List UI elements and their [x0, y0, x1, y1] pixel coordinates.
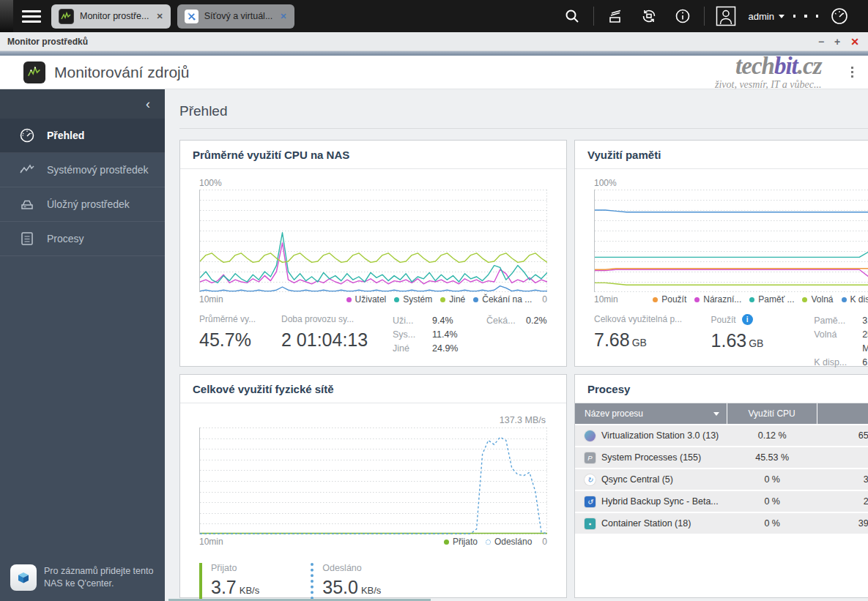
- maximize-icon[interactable]: +: [834, 37, 840, 47]
- tab-network-virtual-switch[interactable]: Síťový a virtuál... ✕: [177, 4, 294, 29]
- event-logs-icon[interactable]: [598, 0, 632, 32]
- legend-dot: [802, 297, 807, 302]
- column-header-memory[interactable]: Paměť: [817, 403, 868, 424]
- sidebar-collapse-button[interactable]: ‹: [0, 89, 165, 119]
- background-tasks-icon[interactable]: [632, 0, 666, 32]
- stat-row: K disp...6.04 GB: [814, 356, 868, 370]
- window-title-bar[interactable]: Monitor prostředků − + ✕: [0, 32, 868, 51]
- qcenter-hint[interactable]: Pro záznamů přidejte tento NAS ke Q'cent…: [10, 564, 154, 591]
- stat-bar: [199, 563, 202, 600]
- process-row[interactable]: ↺Hybrid Backup Sync - Beta... 0 % 23.8 M…: [575, 491, 868, 512]
- resource-monitor-icon: [59, 9, 74, 24]
- x-axis-right-label: 0: [542, 537, 547, 547]
- top-bar-actions: admin: [555, 0, 868, 32]
- legend-dot: [842, 297, 847, 302]
- x-axis-left-label: 10min: [594, 294, 618, 305]
- legend-item: K dispo...: [842, 294, 868, 305]
- stat-row: Uži...9.4%: [393, 314, 486, 328]
- process-memory: 398.2 MB: [858, 518, 868, 529]
- admin-username: admin: [749, 11, 774, 22]
- memory-breakdown-list: Pamě...3.60 GBVolná250.16 MBK disp...6.0…: [814, 314, 868, 370]
- main-menu-button[interactable]: [22, 7, 41, 26]
- brand-part1: tech: [735, 53, 774, 79]
- legend-label: K dispo...: [850, 294, 868, 305]
- process-row[interactable]: Virtualization Station 3.0 (13) 0.12 % 6…: [575, 425, 868, 446]
- overview-cards: Průměrné využití CPU na NAS 100% 10min U…: [179, 140, 868, 598]
- sidebar-item-system-resource[interactable]: Systémový prostředek: [0, 153, 165, 187]
- cpu-breakdown-list: Uži...9.4%Sys...11.4%Jiné24.9%: [393, 314, 486, 356]
- tab-resource-monitor[interactable]: Monitor prostře... ✕: [51, 4, 171, 29]
- close-icon[interactable]: ✕: [850, 37, 859, 47]
- stat-total-memory: Celková využitelná p... 7.68GB: [594, 314, 711, 370]
- sidebar-item-storage-resource[interactable]: Úložný prostředek: [0, 187, 165, 222]
- process-table: Název procesu Využití CPU Paměť Virtuali…: [575, 403, 868, 534]
- network-usage-card: Celkové využití fyzické sítě 137.3 MB/s …: [179, 374, 567, 598]
- user-account-icon[interactable]: [709, 0, 743, 32]
- stat-used-memory: Použíti 1.63GB: [711, 314, 815, 370]
- techbit-watermark: techbit.cz život, vesmír, IT a vůbec...: [715, 54, 822, 90]
- legend-item: Přijato: [444, 537, 478, 547]
- divider: [179, 128, 868, 129]
- y-axis-max-label: 137.3 MB/s: [199, 415, 546, 425]
- legend-dot: [394, 297, 399, 302]
- minimize-icon[interactable]: −: [818, 37, 824, 47]
- sidebar-item-processes[interactable]: Procesy: [0, 222, 165, 256]
- storage-drive-icon: [19, 196, 35, 212]
- sidebar-item-overview[interactable]: Přehled: [0, 119, 165, 153]
- process-cpu: 45.53 %: [727, 452, 817, 463]
- process-cpu: 0.12 %: [727, 430, 817, 441]
- gauge-icon: [19, 127, 35, 143]
- legend-item: Nárazní...: [694, 294, 741, 305]
- window-title: Monitor prostředků: [0, 37, 88, 47]
- legend-item: Uživatel: [346, 294, 387, 305]
- brand-tagline: život, vesmír, IT a vůbec...: [715, 80, 822, 90]
- legend-dot: [653, 297, 658, 302]
- legend-label: Paměť ...: [758, 294, 794, 305]
- network-chart: [199, 428, 547, 534]
- tab-close-icon[interactable]: ✕: [280, 12, 286, 21]
- admin-menu[interactable]: admin: [749, 11, 784, 22]
- process-app-icon: ↻: [585, 474, 596, 485]
- sidebar-item-label: Procesy: [47, 233, 84, 244]
- stat-bar: [311, 563, 314, 600]
- search-icon[interactable]: [555, 0, 589, 32]
- tab-close-icon[interactable]: ✕: [156, 12, 163, 21]
- process-rows: Virtualization Station 3.0 (13) 0.12 % 6…: [575, 425, 868, 534]
- network-legend: PřijatoOdesláno: [444, 537, 532, 547]
- dashboard-gauge-icon[interactable]: [823, 0, 856, 32]
- qts-desktop: Monitor prostře... ✕ Síťový a virtuál...…: [0, 0, 868, 601]
- stat-uptime: Doba provozu sy... 2 01:04:13: [281, 314, 393, 356]
- legend-label: Odesláno: [494, 537, 532, 547]
- process-app-icon: ▪: [585, 518, 596, 529]
- process-memory: 39.7 MB: [864, 474, 868, 485]
- divider: [704, 7, 705, 26]
- legend-dot: [694, 297, 700, 302]
- process-row[interactable]: ↻Qsync Central (5) 0 % 39.7 MB: [575, 469, 868, 490]
- legend-dot: [440, 297, 445, 302]
- process-row[interactable]: PSystem Processes (155) 45.53 % 1.0 GB: [575, 447, 868, 468]
- sort-arrow-icon[interactable]: [713, 412, 719, 416]
- sidebar-item-label: Přehled: [47, 130, 84, 141]
- column-header-name[interactable]: Název procesu: [575, 403, 727, 424]
- more-options-icon[interactable]: [789, 0, 823, 32]
- line-chart-icon: [19, 162, 35, 178]
- info-icon[interactable]: i: [742, 314, 753, 325]
- page-title: Přehled: [179, 103, 868, 119]
- process-app-icon: ↺: [585, 496, 596, 507]
- legend-item: Jiné: [440, 294, 465, 305]
- process-row[interactable]: ▪Container Station (18) 0 % 398.2 MB: [575, 513, 868, 534]
- column-header-cpu[interactable]: Využití CPU: [727, 403, 817, 424]
- legend-label: Přijato: [453, 537, 478, 547]
- info-notifications-icon[interactable]: [666, 0, 700, 32]
- legend-item: Volná: [802, 294, 833, 305]
- process-name: Hybrid Backup Sync - Beta...: [601, 496, 719, 507]
- chevron-down-icon: [779, 15, 784, 18]
- desktop-corner: [0, 0, 13, 32]
- y-axis-max-label: 100%: [199, 178, 547, 188]
- cpu-legend: UživatelSystémJinéČekání na ...: [346, 294, 533, 305]
- process-name: System Processes (155): [601, 452, 701, 463]
- header-more-options-icon[interactable]: [851, 64, 854, 80]
- legend-item: Použít: [653, 294, 686, 305]
- process-app-icon: [585, 430, 596, 441]
- process-memory: 655.6 MB: [858, 430, 868, 441]
